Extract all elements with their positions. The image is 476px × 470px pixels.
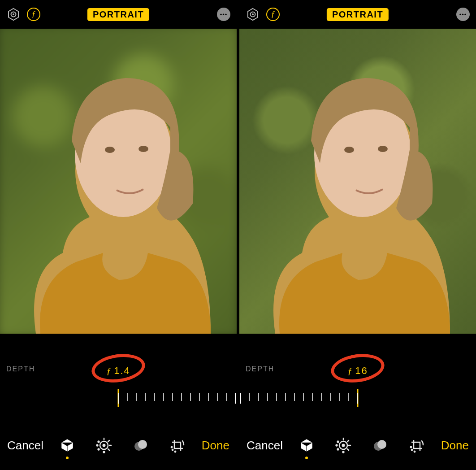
svg-point-25 <box>344 147 354 153</box>
svg-point-38 <box>377 440 386 449</box>
done-button[interactable]: Done <box>441 439 469 453</box>
f-number: 1.4 <box>114 365 130 376</box>
svg-point-14 <box>98 449 100 450</box>
svg-line-32 <box>347 449 349 450</box>
depth-slider[interactable] <box>0 389 237 407</box>
depth-label: DEPTH <box>246 365 274 373</box>
f-char: ƒ <box>106 365 112 376</box>
aperture-value: ƒ1.4 <box>106 365 130 377</box>
svg-point-20 <box>175 451 176 452</box>
portrait-lighting-icon[interactable] <box>59 437 76 454</box>
svg-point-23 <box>252 13 254 15</box>
depth-slider[interactable] <box>239 389 476 407</box>
bottom-toolbar: Cancel <box>239 423 476 470</box>
filters-icon[interactable] <box>372 437 389 454</box>
svg-point-34 <box>336 445 338 446</box>
mode-badge[interactable]: PORTRAIT <box>87 8 149 21</box>
subject-person <box>0 29 237 334</box>
svg-point-7 <box>103 444 106 447</box>
mode-badge[interactable]: PORTRAIT <box>327 8 389 21</box>
svg-point-39 <box>411 447 411 448</box>
aperture-f-icon[interactable]: ƒ <box>27 8 40 21</box>
edit-panel-left: ƒ PORTRAIT DEPTH ƒ1.4 <box>0 0 237 470</box>
done-button[interactable]: Done <box>202 439 229 453</box>
filters-icon[interactable] <box>132 437 149 454</box>
slider-ticks <box>240 393 358 404</box>
edit-panel-right: ƒ PORTRAIT DEPTH ƒ16 <box>239 0 476 470</box>
top-bar: ƒ PORTRAIT <box>0 0 237 29</box>
live-photo-icon[interactable] <box>246 7 260 22</box>
adjust-dial-icon[interactable] <box>335 437 352 454</box>
svg-line-9 <box>108 440 109 442</box>
subject-person <box>239 29 476 334</box>
portrait-lighting-icon[interactable] <box>298 437 315 454</box>
svg-point-2 <box>13 13 14 15</box>
svg-point-41 <box>414 451 415 452</box>
svg-line-11 <box>108 449 109 450</box>
aperture-value: ƒ16 <box>347 365 368 377</box>
svg-point-17 <box>138 440 147 449</box>
svg-point-40 <box>411 449 412 450</box>
depth-label: DEPTH <box>6 365 35 373</box>
svg-point-19 <box>172 449 173 450</box>
svg-point-13 <box>97 445 98 446</box>
svg-point-28 <box>342 444 345 447</box>
live-photo-icon[interactable] <box>6 7 21 22</box>
more-icon[interactable] <box>217 8 230 21</box>
svg-point-4 <box>105 147 115 153</box>
svg-point-18 <box>171 447 172 448</box>
cancel-button[interactable]: Cancel <box>7 439 43 453</box>
f-char: ƒ <box>347 365 353 376</box>
cancel-button[interactable]: Cancel <box>247 439 283 453</box>
svg-point-5 <box>138 146 148 152</box>
photo-preview[interactable] <box>0 29 237 334</box>
svg-point-33 <box>338 441 339 443</box>
svg-point-35 <box>338 449 339 450</box>
crop-rotate-icon[interactable] <box>169 437 186 454</box>
svg-point-12 <box>98 441 100 443</box>
aperture-f-icon[interactable]: ƒ <box>266 8 280 21</box>
more-icon[interactable] <box>456 8 470 21</box>
photo-preview[interactable] <box>239 29 476 334</box>
svg-line-30 <box>347 440 349 442</box>
slider-ticks <box>118 393 236 404</box>
adjust-dial-icon[interactable] <box>95 437 113 454</box>
bottom-toolbar: Cancel <box>0 423 237 470</box>
f-number: 16 <box>355 365 368 376</box>
svg-point-36 <box>343 452 344 453</box>
svg-point-15 <box>104 452 105 453</box>
crop-rotate-icon[interactable] <box>408 437 425 454</box>
svg-point-26 <box>378 146 388 152</box>
top-bar: ƒ PORTRAIT <box>239 0 476 29</box>
